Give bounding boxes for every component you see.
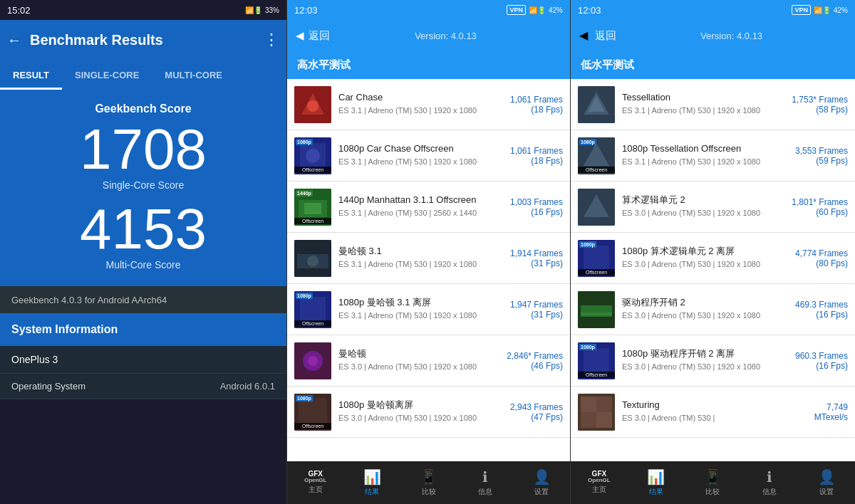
table-row: Texturing ES 3.0 | Adreno (TM) 530 | 7,7… bbox=[571, 387, 855, 438]
mid-status-icons: 📶🔋42% bbox=[529, 6, 563, 14]
system-info-header: System Information bbox=[0, 313, 286, 346]
bench-score: 7,749 MTexel/s bbox=[814, 402, 848, 422]
bench-1080p-m31-info: 1080p 曼哈顿 3.1 离屏 ES 3.1 | Adreno (TM) 53… bbox=[338, 297, 504, 321]
svg-rect-35 bbox=[596, 397, 612, 412]
bench-desc: ES 3.1 | Adreno (TM) 530 | 2560 x 1440 bbox=[338, 208, 504, 219]
svg-point-2 bbox=[307, 100, 318, 112]
left-panel: 15:02 📶🔋33% ← Benchmark Results ⋮ RESULT… bbox=[0, 0, 286, 504]
thumb-manhattan31 bbox=[294, 240, 331, 277]
device-name: OnePlus 3 bbox=[11, 354, 58, 365]
right-bnav-home[interactable]: GFXOpenGL 主页 bbox=[571, 466, 628, 499]
right-bnav-settings[interactable]: 👤 设置 bbox=[798, 464, 855, 501]
tabs-bar: RESULT SINGLE-CORE MULTI-CORE bbox=[0, 60, 286, 91]
bench-desc: ES 3.0 | Adreno (TM) 530 | bbox=[622, 413, 809, 424]
thumb-1080p-manhattan-offscreen: 1080p Offscreen bbox=[294, 394, 331, 431]
svg-point-16 bbox=[308, 356, 318, 366]
bench-score: 3,553 Frames (59 Fps) bbox=[795, 146, 848, 166]
badge-offscreen: Offscreen bbox=[294, 218, 331, 224]
bnav-info[interactable]: ℹ 信息 bbox=[457, 464, 513, 501]
right-section-header: 低水平测试 bbox=[571, 51, 855, 79]
bench-name: 算术逻辑单元 2 bbox=[622, 194, 786, 206]
bench-desc: ES 3.1 | Adreno (TM) 530 | 1920 x 1080 bbox=[338, 157, 504, 167]
right-person-icon: 👤 bbox=[818, 468, 836, 485]
thumb-1080p-manhattan31: 1080p Offscreen bbox=[294, 291, 331, 328]
svg-rect-13 bbox=[300, 297, 326, 322]
bench-score: 1,914 Frames (31 Fps) bbox=[510, 248, 563, 268]
right-time: 12:03 bbox=[578, 5, 601, 16]
bench-score: 1,003 Frames (16 Fps) bbox=[510, 197, 563, 217]
right-bnav-compare-label: 比较 bbox=[705, 487, 720, 497]
svg-rect-27 bbox=[584, 246, 609, 271]
right-bnav-results[interactable]: 📊 结果 bbox=[628, 464, 685, 501]
single-score-label: Single-Core Score bbox=[0, 179, 286, 191]
right-bottom-nav: GFXOpenGL 主页 📊 结果 📱 比较 ℹ 信息 👤 设置 bbox=[571, 461, 855, 504]
right-bnav-compare[interactable]: 📱 比较 bbox=[685, 464, 742, 501]
bench-score: 1,061 Frames (18 Fps) bbox=[510, 146, 563, 166]
badge-offscreen: Offscreen bbox=[578, 269, 615, 275]
multi-score: 4153 bbox=[0, 201, 286, 258]
right-bnav-info[interactable]: ℹ 信息 bbox=[741, 464, 798, 501]
bnav-settings[interactable]: 👤 设置 bbox=[514, 464, 570, 501]
right-bench-list: Tessellation ES 3.1 | Adreno (TM) 530 | … bbox=[571, 79, 855, 461]
thumb-1080p-car-chase: 1080p Offscreen bbox=[294, 137, 331, 174]
mid-back-button[interactable]: ◀ 返回 bbox=[296, 29, 330, 43]
bench-1440p-info: 1440p Manhattan 3.1.1 Offscreen ES 3.1 |… bbox=[338, 194, 504, 219]
right-back-button[interactable]: ◀ 返回 bbox=[579, 28, 616, 43]
thumb-car-chase bbox=[294, 86, 331, 123]
mid-version: Version: 4.0.13 bbox=[415, 31, 477, 41]
back-arrow-icon: ◀ bbox=[296, 29, 304, 42]
right-bnav-info-label: 信息 bbox=[762, 487, 777, 497]
bench-alu2-info: 算术逻辑单元 2 ES 3.0 | Adreno (TM) 530 | 1920… bbox=[622, 194, 786, 219]
bench-1080p-tess-info: 1080p Tessellation Offscreen ES 3.1 | Ad… bbox=[622, 143, 789, 167]
bench-score: 4,774 Frames (80 Fps) bbox=[795, 248, 848, 268]
single-score: 1708 bbox=[0, 121, 286, 178]
bench-texturing-info: Texturing ES 3.0 | Adreno (TM) 530 | bbox=[622, 399, 809, 424]
bench-name: 1080p 曼哈顿离屏 bbox=[338, 399, 504, 411]
bench-score: 960.3 Frames (16 Fps) bbox=[795, 351, 848, 371]
back-arrow-right-icon: ◀ bbox=[579, 29, 588, 41]
svg-rect-37 bbox=[596, 412, 612, 428]
svg-point-11 bbox=[307, 256, 318, 267]
right-bnav-settings-label: 设置 bbox=[819, 487, 834, 497]
left-time: 15:02 bbox=[7, 5, 31, 16]
table-row: 1080p Offscreen 1080p 算术逻辑单元 2 离屏 ES 3.0… bbox=[571, 233, 855, 284]
header-bar: ← Benchmark Results ⋮ bbox=[0, 20, 286, 60]
nav-bar-mid: ◀ 返回 Version: 4.0.13 bbox=[287, 20, 570, 51]
table-row: 驱动程序开销 2 ES 3.0 | Adreno (TM) 530 | 1920… bbox=[571, 284, 855, 335]
bench-score: 2,943 Frames (47 Fps) bbox=[510, 402, 563, 422]
bench-car-chase-info: Car Chase ES 3.1 | Adreno (TM) 530 | 192… bbox=[338, 92, 504, 116]
badge-1440p: 1440p bbox=[296, 190, 313, 196]
svg-rect-30 bbox=[581, 313, 612, 317]
tab-single-core[interactable]: SINGLE-CORE bbox=[62, 63, 152, 90]
mid-bench-list: Car Chase ES 3.1 | Adreno (TM) 530 | 192… bbox=[287, 79, 570, 461]
bnav-home[interactable]: GFXOpenGL 主页 bbox=[287, 466, 343, 499]
bnav-settings-label: 设置 bbox=[534, 487, 549, 497]
bnav-compare[interactable]: 📱 比较 bbox=[400, 464, 457, 501]
bench-name: 1080p 驱动程序开销 2 离屏 bbox=[622, 348, 789, 360]
bench-name: 1080p 算术逻辑单元 2 离屏 bbox=[622, 246, 789, 258]
back-button[interactable]: ← bbox=[7, 32, 21, 48]
table-row: Car Chase ES 3.1 | Adreno (TM) 530 | 192… bbox=[287, 79, 570, 130]
bench-driver2-info: 驱动程序开销 2 ES 3.0 | Adreno (TM) 530 | 1920… bbox=[622, 297, 789, 321]
table-row: 1080p Offscreen 1080p Car Chase Offscree… bbox=[287, 130, 570, 182]
menu-button[interactable]: ⋮ bbox=[264, 31, 279, 49]
badge-1080p: 1080p bbox=[579, 344, 596, 350]
badge-offscreen: Offscreen bbox=[578, 167, 615, 173]
bench-name: Tessellation bbox=[622, 92, 786, 104]
table-row: 曼哈顿 3.1 ES 3.1 | Adreno (TM) 530 | 1920 … bbox=[287, 233, 570, 284]
page-title: Benchmark Results bbox=[30, 32, 255, 48]
nav-bar-right: ◀ 返回 Version: 4.0.13 bbox=[571, 20, 855, 51]
left-footer: Geekbench 4.0.3 for Android AArch64 bbox=[0, 286, 286, 313]
bnav-results-label: 结果 bbox=[365, 487, 379, 497]
middle-panel: 12:03 VPN 📶🔋42% ◀ 返回 Version: 4.0.13 高水平… bbox=[286, 0, 571, 504]
bench-1080p-car-info: 1080p Car Chase Offscreen ES 3.1 | Adren… bbox=[338, 143, 504, 167]
bnav-results[interactable]: 📊 结果 bbox=[343, 464, 400, 501]
right-status-icons: 📶🔋42% bbox=[814, 6, 848, 14]
system-info-label: System Information bbox=[11, 323, 118, 335]
svg-rect-34 bbox=[581, 397, 596, 412]
table-row: 1080p Offscreen 1080p Tessellation Offsc… bbox=[571, 130, 855, 182]
left-status-icons: 📶🔋33% bbox=[245, 6, 279, 14]
tab-result[interactable]: RESULT bbox=[0, 63, 62, 90]
os-label: Operating System bbox=[11, 381, 86, 392]
tab-multi-core[interactable]: MULTI-CORE bbox=[152, 63, 235, 90]
